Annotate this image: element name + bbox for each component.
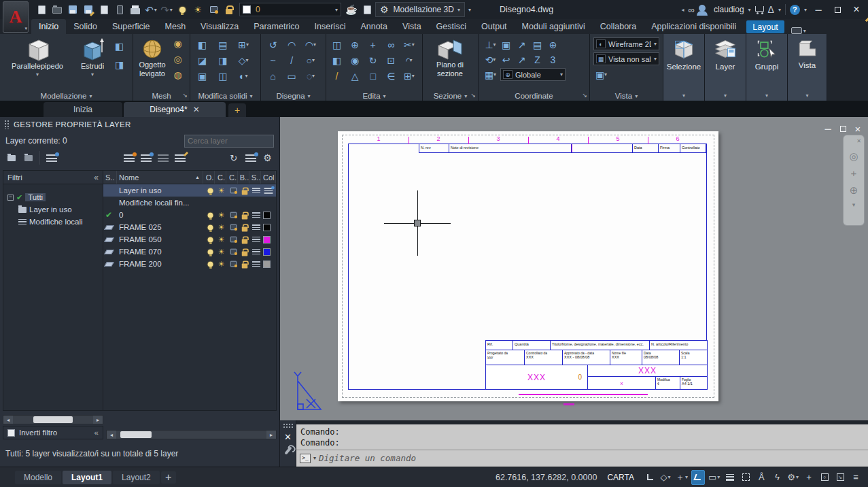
coordinates-readout[interactable]: 62.7616, 137.6282, 0.0000 (496, 473, 597, 482)
undo-button[interactable]: ↶▾ (143, 1, 158, 18)
new-property-filter-button[interactable] (5, 151, 18, 165)
viewport-config-icon[interactable]: ▣▾ (593, 67, 609, 82)
layer-vp-freeze-toggle[interactable] (206, 1, 221, 18)
ribbon-tab-collabora[interactable]: Collabora (593, 19, 644, 34)
layer-plot-icon[interactable] (252, 188, 260, 193)
layer-search-input[interactable] (188, 137, 292, 145)
layer-on-toggle[interactable] (175, 1, 190, 18)
align-3d-icon[interactable]: △ (347, 69, 363, 83)
layer-row-frame-070[interactable]: FRAME 070 ☀ (103, 246, 276, 258)
ucs-previous-icon[interactable]: ↩ (498, 52, 514, 67)
layer-lock-toggle[interactable] (222, 1, 237, 18)
layer-vp-freeze-icon[interactable] (230, 212, 236, 218)
command-grip-icon[interactable] (283, 423, 294, 428)
ribbon-tab-visualizza[interactable]: Visualizza (193, 19, 246, 34)
trim-icon[interactable]: ✂▾ (401, 37, 417, 52)
scroll-right-icon[interactable]: ▸ (93, 416, 103, 424)
ucs-world-icon[interactable]: ⊕ (545, 37, 561, 52)
ucs-3point-icon[interactable]: 3 (545, 52, 561, 67)
mesh-dialog-launcher-icon[interactable]: ↘ (182, 92, 188, 99)
ucs-icon[interactable]: ⊥▾ (483, 37, 498, 52)
layout-tab-layout1[interactable]: Layout1 (63, 471, 111, 484)
layer-lock-icon[interactable] (242, 190, 248, 195)
presspull-icon[interactable]: ◧ (111, 39, 127, 53)
ucs-object-icon[interactable]: ↗ (514, 37, 530, 52)
column-color[interactable]: Col (261, 171, 276, 184)
app-caret-icon[interactable]: ▾ (778, 7, 781, 13)
fillet-solid-icon[interactable]: ◧ (329, 53, 345, 67)
layer-color-swatch[interactable] (263, 248, 271, 256)
file-tab-inizia[interactable]: Inizia (44, 102, 122, 117)
interfere-icon[interactable]: ◫ (215, 69, 230, 83)
ucs-named-icon[interactable]: ▣ (498, 37, 514, 52)
collapse-filters-icon[interactable]: « (94, 173, 99, 182)
move-gizmo-icon[interactable]: ⊕ (347, 37, 363, 52)
expand-minus-icon[interactable]: − (7, 195, 14, 201)
layer-freeze-icon[interactable]: ☀ (218, 211, 225, 218)
circle-icon[interactable]: ○▾ (302, 53, 318, 67)
ellipse-icon[interactable]: ◌▾ (302, 69, 318, 83)
navigation-bar[interactable]: ✕ ◎ + ⊕ ▾ (843, 135, 865, 226)
panel-label-disegna[interactable]: Disegna▾ (261, 92, 326, 100)
rotate-gizmo-icon[interactable]: ◉ (347, 53, 363, 67)
layer-on-icon[interactable] (207, 212, 213, 218)
layer-on-icon[interactable] (207, 224, 213, 230)
redo-button[interactable]: ↷▾ (159, 1, 174, 18)
ribbon-tab-annota[interactable]: Annota (353, 19, 395, 34)
copy-icon[interactable]: □ (365, 69, 381, 83)
sezione-dialog-launcher-icon[interactable]: ↘ (470, 92, 476, 99)
panel-label-modifica-solidi[interactable]: Modifica solidi▾ (190, 92, 260, 100)
close-tab-icon[interactable]: ✕ (193, 105, 200, 114)
layer-vp-freeze-icon[interactable] (230, 249, 236, 255)
mirror-3d-icon[interactable]: ◫ (329, 37, 345, 52)
selection-cycling-toggle[interactable] (739, 470, 752, 485)
panel-label-edita[interactable]: Edita▾ (326, 92, 422, 100)
new-group-filter-button[interactable] (22, 151, 35, 165)
scroll-left-icon[interactable]: ◂ (107, 431, 116, 439)
tree-node-tutti[interactable]: − ✔ Tutti (3, 191, 103, 203)
panel-label-sezione[interactable]: Sezione▾ (423, 92, 478, 100)
layout-paper[interactable]: 1 2 3 4 5 6 N. rev Note di revisione Dat… (338, 131, 718, 401)
signed-in-user[interactable]: claudiog (714, 5, 744, 14)
qat-customize-caret-icon[interactable]: ▾ (468, 7, 471, 13)
layer-plot-icon[interactable] (252, 237, 260, 242)
layer-dropdown[interactable]: 0 ▾ (239, 3, 341, 16)
command-window[interactable]: Comando: Comando: >_ ▾ Digitare un coman… (296, 424, 868, 467)
help-icon[interactable]: ? (790, 5, 800, 15)
layer-vp-freeze-icon[interactable] (230, 261, 236, 267)
invert-filter-checkbox[interactable] (7, 429, 15, 437)
column-status[interactable]: S.. (103, 171, 117, 184)
array-icon[interactable]: ⊞▾ (401, 69, 417, 83)
fillet-icon[interactable]: ◜▾ (401, 53, 417, 67)
new-drawing-tab-button[interactable]: + (228, 103, 246, 117)
user-menu-caret-icon[interactable]: ▾ (748, 7, 751, 13)
thicken-icon[interactable]: ◨ (215, 53, 230, 67)
drawing-restore-button[interactable] (838, 124, 848, 133)
panel-gruppi[interactable]: Gruppi ▾ (746, 34, 788, 101)
save-button[interactable] (65, 1, 80, 18)
layer-search-box[interactable] (184, 135, 274, 148)
ribbon-tab-superficie[interactable]: Superficie (105, 19, 158, 34)
refine-mesh-icon[interactable]: ◍ (170, 67, 186, 82)
layout-tab-modello[interactable]: Modello (15, 471, 61, 484)
ribbon-tab-inserisci[interactable]: Inserisci (307, 19, 353, 34)
toggle-override-button[interactable] (244, 151, 257, 165)
helix-icon[interactable]: ◠ (284, 37, 300, 52)
new-layer-vp-frozen-button[interactable] (140, 151, 153, 165)
tree-node-modifiche-locali[interactable]: Modifiche locali (3, 216, 103, 228)
arc-icon[interactable]: ◠▾ (302, 37, 318, 52)
workspace-switching-button[interactable]: ⚙▾ (786, 470, 800, 485)
polyline-icon[interactable]: ↺ (265, 37, 281, 52)
intersect-icon[interactable]: ▣ (194, 69, 210, 83)
ribbon-tab-moduli-aggiuntivi[interactable]: Moduli aggiuntivi (515, 19, 593, 34)
autosnap-toggle[interactable]: ＋▾ (674, 470, 689, 485)
oggetto-levigato-button[interactable]: Oggetto levigato (135, 36, 170, 78)
panel-label-coordinate[interactable]: Coordinate (479, 92, 589, 100)
ribbon-tab-vista[interactable]: Vista (395, 19, 429, 34)
panel-selezione[interactable]: Selezione ▾ (663, 34, 705, 101)
command-input-row[interactable]: >_ ▾ Digitare un comando (296, 450, 868, 466)
fillet-edge-icon[interactable]: ◇▾ (236, 53, 251, 67)
column-on[interactable]: O. (203, 171, 215, 184)
subtract-icon[interactable]: ◪ (194, 53, 210, 67)
new-file-button[interactable] (34, 1, 49, 18)
